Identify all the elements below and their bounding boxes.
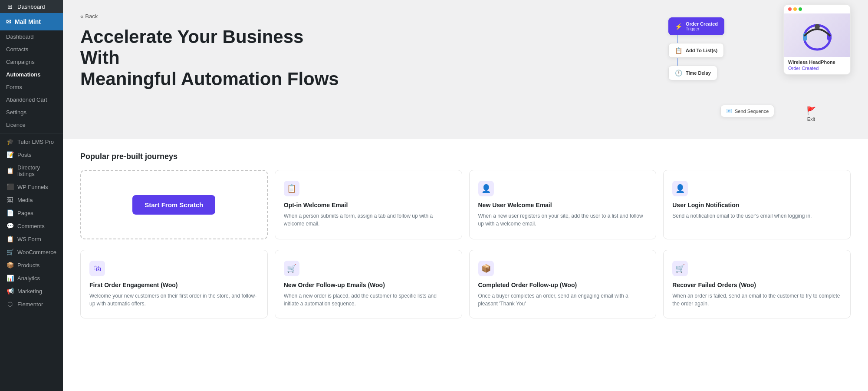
dot-green: [799, 7, 802, 11]
directory-icon: 📋: [6, 167, 14, 174]
products-icon: 📦: [6, 262, 14, 268]
window-dots: [784, 5, 850, 13]
journey-card-recover-failed[interactable]: 🛒 Recover Failed Orders (Woo) When an or…: [663, 250, 851, 318]
new-user-icon: 👤: [478, 181, 494, 196]
journey-grid-row2: 🛍 First Order Engagement (Woo) Welcome y…: [80, 250, 851, 318]
woo-icon: 🛒: [6, 249, 14, 255]
journey-card-new-user[interactable]: 👤 New User Welcome Email When a new user…: [469, 170, 657, 239]
sidebar-item-woocommerce[interactable]: 🛒 WooCommerce: [0, 245, 63, 258]
journey-card-login[interactable]: 👤 User Login Notification Send a notific…: [663, 170, 851, 239]
sidebar-item-elementor[interactable]: ⬡ Elementor: [0, 298, 63, 311]
list-icon: 📋: [675, 47, 682, 54]
tutor-icon: 🎓: [6, 138, 14, 145]
dot-yellow: [793, 7, 797, 11]
clock-icon: 🕐: [675, 70, 682, 76]
flow-nodes: ⚡ Order Created Trigger 📋 Add To List(s)…: [668, 17, 724, 80]
new-order-icon: 🛒: [284, 261, 299, 276]
new-user-title: New User Welcome Email: [478, 202, 648, 209]
elementor-icon: ⬡: [6, 301, 14, 308]
first-order-desc: Welcome your new customers on their firs…: [89, 292, 259, 308]
sidebar-item-comments[interactable]: 💬 Comments: [0, 219, 63, 232]
flag-icon: 🚩: [806, 106, 816, 116]
product-name: Wireless HeadPhone: [784, 57, 850, 66]
exit-label: Exit: [807, 116, 815, 122]
sidebar-item-ws-form[interactable]: 📋 WS Form: [0, 232, 63, 245]
section-title: Popular pre-built journeys: [80, 152, 851, 161]
sidebar-item-media[interactable]: 🖼 Media: [0, 193, 63, 206]
headphone-image: [798, 18, 837, 53]
completed-order-icon: 📦: [478, 261, 494, 276]
svg-point-3: [815, 24, 820, 29]
dashboard-icon: ⊞: [6, 3, 14, 10]
ws-form-icon: 📋: [6, 235, 14, 242]
sidebar-item-pages[interactable]: 📄 Pages: [0, 206, 63, 219]
analytics-icon: 📊: [6, 275, 14, 282]
opt-in-desc: When a person submits a form, assign a t…: [284, 212, 453, 228]
connector-2: [677, 58, 678, 66]
trigger-node: ⚡ Order Created Trigger: [668, 17, 724, 35]
journey-card-new-order[interactable]: 🛒 New Order Follow-up Emails (Woo) When …: [275, 250, 462, 318]
new-order-desc: When a new order is placed, add the cust…: [284, 292, 453, 308]
first-order-title: First Order Engagement (Woo): [89, 282, 259, 288]
sidebar-item-directory[interactable]: 📋 Directory listings: [0, 161, 63, 180]
hero-section: « Back Accelerate Your Business With Mea…: [63, 0, 868, 139]
dot-red: [788, 7, 792, 11]
sidebar-item-marketing[interactable]: 📢 Marketing: [0, 285, 63, 298]
trigger-icon: ⚡: [675, 23, 682, 30]
sidebar-item-dashboard[interactable]: Dashboard: [0, 30, 63, 43]
sidebar-item-forms[interactable]: Forms: [0, 81, 63, 93]
login-title: User Login Notification: [672, 202, 842, 209]
time-delay-node: 🕐 Time Delay: [668, 66, 717, 80]
sidebar-item-analytics[interactable]: 📊 Analytics: [0, 272, 63, 285]
journey-card-completed-order[interactable]: 📦 Completed Order Follow-up (Woo) Once a…: [469, 250, 657, 318]
back-chevron: «: [80, 13, 83, 20]
completed-order-desc: Once a buyer completes an order, send an…: [478, 292, 648, 308]
sidebar-item-dashboard-top[interactable]: ⊞ Dashboard: [0, 0, 63, 13]
journey-card-opt-in[interactable]: 📋 Opt-in Welcome Email When a person sub…: [275, 170, 462, 239]
login-desc: Send a notification email to the user's …: [672, 212, 842, 220]
sidebar-item-campaigns[interactable]: Campaigns: [0, 56, 63, 68]
journey-grid-row1: Start From Scratch 📋 Opt-in Welcome Emai…: [80, 170, 851, 239]
comments-icon: 💬: [6, 222, 14, 229]
start-from-scratch-button[interactable]: Start From Scratch: [132, 195, 215, 215]
sidebar-item-products[interactable]: 📦 Products: [0, 258, 63, 272]
media-icon: 🖼: [6, 196, 14, 203]
completed-order-title: Completed Order Follow-up (Woo): [478, 282, 648, 288]
exit-button[interactable]: 🚩 Exit: [806, 106, 816, 122]
sidebar-item-wp-funnels[interactable]: ⬛ WP Funnels: [0, 180, 63, 193]
pages-icon: 📄: [6, 209, 14, 216]
recover-failed-icon: 🛒: [672, 261, 688, 276]
journey-card-first-order[interactable]: 🛍 First Order Engagement (Woo) Welcome y…: [80, 250, 268, 318]
sidebar-item-licence[interactable]: Licence: [0, 119, 63, 131]
sidebar-item-tutor-lms[interactable]: 🎓 Tutor LMS Pro: [0, 135, 63, 148]
opt-in-icon: 📋: [284, 181, 299, 196]
send-sequence-node: 📧 Send Sequence: [720, 105, 774, 117]
wp-funnels-icon: ⬛: [6, 183, 14, 190]
sidebar-item-mail-mint[interactable]: ✉ Mail Mint: [0, 13, 63, 30]
main-content: « Back Accelerate Your Business With Mea…: [63, 0, 868, 391]
login-icon: 👤: [672, 181, 688, 196]
product-image-area: [784, 13, 850, 57]
sidebar-item-settings[interactable]: Settings: [0, 106, 63, 119]
sidebar-item-contacts[interactable]: Contacts: [0, 43, 63, 56]
sidebar: ⊞ Dashboard ✉ Mail Mint Dashboard Contac…: [0, 0, 63, 391]
hero-title: Accelerate Your Business With Meaningful…: [80, 27, 341, 89]
posts-icon: 📝: [6, 151, 14, 158]
opt-in-title: Opt-in Welcome Email: [284, 202, 453, 209]
sidebar-item-posts[interactable]: 📝 Posts: [0, 148, 63, 161]
sidebar-item-automations[interactable]: Automations: [0, 68, 63, 81]
new-user-desc: When a new user registers on your site, …: [478, 212, 648, 228]
scratch-card[interactable]: Start From Scratch: [80, 170, 268, 239]
new-order-title: New Order Follow-up Emails (Woo): [284, 282, 453, 288]
sidebar-item-abandoned-cart[interactable]: Abandoned Cart: [0, 93, 63, 106]
product-card-float: Wireless HeadPhone Order Created: [783, 4, 851, 75]
add-to-list-node: 📋 Add To List(s): [668, 43, 724, 58]
marketing-icon: 📢: [6, 288, 14, 295]
content-area: Popular pre-built journeys Start From Sc…: [63, 139, 868, 391]
first-order-icon: 🛍: [89, 261, 105, 276]
product-status: Order Created: [784, 66, 850, 74]
mail-mint-icon: ✉: [6, 18, 11, 25]
recover-failed-desc: When an order is failed, send an email t…: [672, 292, 842, 308]
recover-failed-title: Recover Failed Orders (Woo): [672, 282, 842, 288]
send-icon: 📧: [726, 108, 732, 114]
